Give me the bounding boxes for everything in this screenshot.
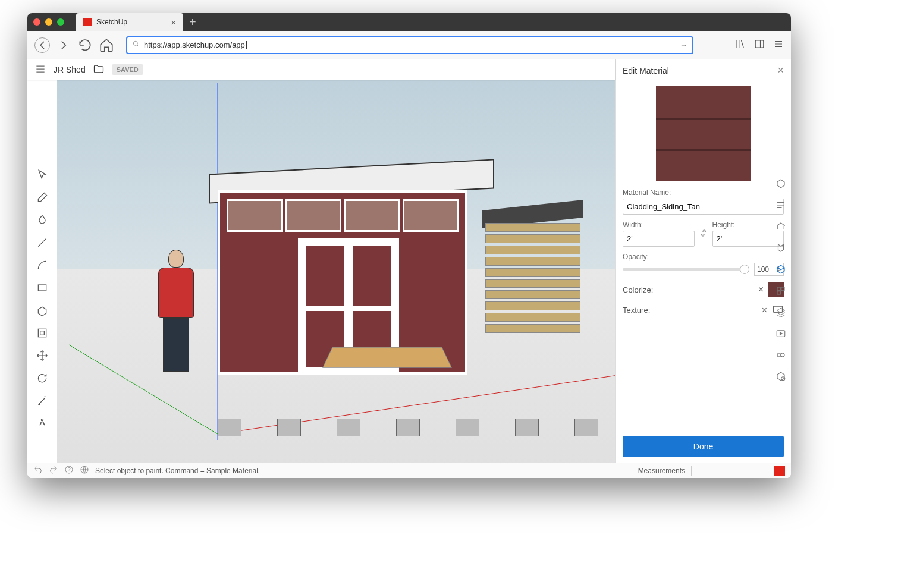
window-maximize-button[interactable] — [57, 18, 64, 26]
ramp-model — [322, 347, 452, 368]
nav-back-button[interactable] — [34, 37, 50, 53]
select-tool[interactable] — [34, 166, 51, 183]
edit-material-panel: Edit Material × Material Name: Width: — [615, 59, 791, 478]
tool-palette — [27, 59, 57, 478]
pushpull-tool[interactable] — [34, 302, 51, 319]
address-bar[interactable]: https://app.sketchup.com/app → — [126, 36, 693, 54]
app-header: JR Shed SAVED — [27, 59, 615, 80]
colorize-clear-icon[interactable]: × — [758, 284, 764, 295]
colorize-label: Colorize: — [623, 285, 653, 294]
nav-home-button[interactable] — [99, 37, 114, 53]
pier-blocks — [218, 419, 598, 436]
search-icon — [132, 40, 140, 50]
svg-point-15 — [781, 353, 784, 357]
move-tool[interactable] — [34, 347, 51, 364]
3dwarehouse-icon[interactable] — [776, 371, 786, 384]
sketchup-favicon — [83, 18, 92, 26]
texture-label: Texture: — [623, 306, 650, 315]
paint-tool[interactable] — [34, 212, 51, 228]
browser-tab[interactable]: SketchUp × — [76, 13, 183, 31]
svg-point-5 — [41, 419, 43, 421]
layers-icon[interactable] — [776, 307, 786, 320]
svg-rect-4 — [40, 331, 45, 335]
eraser-tool[interactable] — [34, 189, 51, 206]
material-name-label: Material Name: — [623, 188, 784, 197]
window-controls — [33, 18, 64, 26]
rectangle-tool[interactable] — [34, 279, 51, 296]
width-label: Width: — [623, 221, 695, 229]
nav-forward-button[interactable] — [56, 37, 71, 53]
svg-rect-2 — [38, 285, 46, 291]
library-icon[interactable] — [735, 39, 746, 52]
opacity-slider[interactable] — [623, 268, 749, 271]
panel-close-button[interactable]: × — [777, 64, 784, 77]
viewport-3d[interactable] — [57, 59, 615, 478]
document-name: JR Shed — [54, 65, 86, 74]
instructor-icon[interactable] — [776, 200, 786, 213]
aspect-lock-icon[interactable] — [699, 228, 708, 240]
texture-clear-icon[interactable]: × — [762, 305, 767, 316]
scale-figure — [152, 250, 200, 375]
svg-rect-1 — [755, 40, 764, 48]
window-minimize-button[interactable] — [45, 18, 52, 26]
scenes-icon[interactable] — [776, 328, 786, 341]
materials-icon[interactable] — [776, 264, 786, 277]
svg-point-0 — [133, 41, 137, 45]
new-tab-button[interactable]: + — [189, 15, 196, 29]
material-name-input[interactable] — [623, 199, 784, 215]
offset-tool[interactable] — [34, 325, 51, 341]
panel-title: Edit Material — [623, 66, 669, 76]
leanto-model — [485, 205, 580, 333]
done-button[interactable]: Done — [623, 436, 784, 457]
measurements-label: Measurements — [638, 467, 685, 475]
opacity-label: Opacity: — [623, 253, 784, 261]
components-icon[interactable] — [776, 221, 786, 234]
tab-close-icon[interactable]: × — [171, 17, 176, 27]
folder-icon[interactable] — [93, 63, 105, 77]
save-status: SAVED — [112, 64, 143, 75]
width-input[interactable] — [623, 231, 695, 247]
walk-tool[interactable] — [34, 415, 51, 432]
svg-rect-12 — [777, 291, 780, 294]
entity-info-icon[interactable] — [776, 178, 786, 191]
window-close-button[interactable] — [33, 18, 40, 26]
help-icon[interactable] — [64, 465, 74, 476]
measurements-input[interactable] — [691, 466, 768, 476]
tray-toolbar — [771, 178, 791, 384]
browser-window: SketchUp × + https://app.sketchup.com/ap… — [27, 13, 791, 478]
svg-rect-3 — [38, 329, 46, 337]
arc-tool[interactable] — [34, 257, 51, 273]
status-hint: Select object to paint. Command = Sample… — [95, 467, 260, 475]
outliner-icon[interactable] — [776, 243, 786, 256]
tape-tool[interactable] — [34, 392, 51, 409]
styles-icon[interactable] — [776, 285, 786, 298]
menu-icon[interactable] — [773, 39, 784, 52]
redo-icon[interactable] — [49, 465, 58, 476]
geo-icon[interactable] — [80, 465, 89, 476]
material-preview — [656, 86, 751, 181]
status-bar: Select object to paint. Command = Sample… — [27, 463, 791, 478]
line-tool[interactable] — [34, 234, 51, 251]
app-menu-button[interactable] — [34, 63, 46, 77]
svg-rect-11 — [781, 287, 784, 290]
go-icon[interactable]: → — [680, 40, 687, 49]
nav-reload-button[interactable] — [77, 37, 93, 53]
app-content: JR Shed SAVED — [27, 59, 791, 478]
rotate-tool[interactable] — [34, 370, 51, 386]
undo-icon[interactable] — [33, 465, 43, 476]
svg-rect-10 — [777, 287, 780, 290]
browser-toolbar: https://app.sketchup.com/app → — [27, 31, 791, 59]
window-titlebar: SketchUp × + — [27, 13, 791, 31]
url-text: https://app.sketchup.com/app — [144, 40, 245, 49]
tab-title: SketchUp — [96, 18, 127, 26]
svg-point-14 — [777, 353, 781, 357]
display-icon[interactable] — [776, 350, 786, 363]
sidebar-icon[interactable] — [754, 39, 765, 52]
text-cursor — [246, 41, 247, 49]
sketchup-logo-icon — [774, 466, 785, 476]
